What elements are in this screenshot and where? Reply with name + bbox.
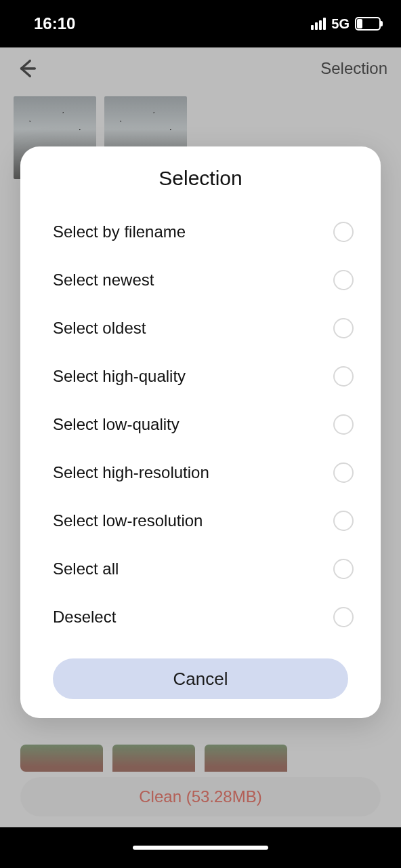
radio-icon [333,414,354,435]
option-select-oldest[interactable]: Select oldest [53,304,354,352]
radio-icon [333,559,354,579]
status-bar: 16:10 5G 22 [0,0,401,47]
option-label: Select high-resolution [53,463,209,482]
option-label: Select low-quality [53,415,180,434]
radio-icon [333,462,354,483]
cancel-button-label: Cancel [173,669,228,690]
status-time: 16:10 [34,14,75,33]
radio-icon [333,511,354,531]
modal-title: Selection [20,167,381,190]
home-indicator[interactable] [133,846,268,850]
option-select-low-resolution[interactable]: Select low-resolution [53,496,354,545]
radio-icon [333,222,354,242]
option-label: Deselect [53,608,116,627]
option-deselect[interactable]: Deselect [53,593,354,641]
radio-icon [333,318,354,338]
status-indicators: 5G 22 [311,16,381,32]
option-label: Select high-quality [53,367,186,386]
option-select-newest[interactable]: Select newest [53,256,354,304]
selection-modal: Selection Select by filename Select newe… [20,146,381,718]
radio-icon [333,607,354,627]
radio-icon [333,366,354,387]
home-bar-area [0,827,401,868]
option-label: Select low-resolution [53,511,203,530]
option-select-high-quality[interactable]: Select high-quality [53,352,354,400]
option-select-low-quality[interactable]: Select low-quality [53,400,354,448]
radio-icon [333,270,354,290]
option-label: Select newest [53,271,154,290]
option-label: Select by filename [53,222,186,241]
cancel-button[interactable]: Cancel [53,658,348,699]
signal-icon [311,18,326,30]
battery-icon: 22 [355,17,381,31]
option-label: Select all [53,559,119,578]
option-select-by-filename[interactable]: Select by filename [53,208,354,256]
option-label: Select oldest [53,319,146,338]
option-select-high-resolution[interactable]: Select high-resolution [53,448,354,496]
battery-level: 22 [363,19,372,28]
option-list: Select by filename Select newest Select … [20,208,381,641]
option-select-all[interactable]: Select all [53,545,354,593]
network-type: 5G [331,16,350,32]
